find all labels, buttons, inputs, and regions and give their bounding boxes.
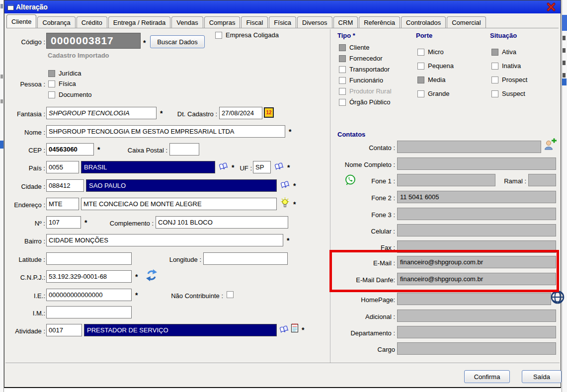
pais-name-field[interactable]: BRASIL	[81, 161, 215, 173]
cidade-name-field[interactable]: SAO PAULO	[86, 179, 277, 192]
confirma-button[interactable]: Confirma	[464, 370, 510, 383]
situacao-ativa-checkbox[interactable]: Ativa	[491, 48, 516, 56]
nome-completo-field[interactable]	[397, 157, 556, 170]
im-input[interactable]	[46, 306, 132, 318]
title-bar[interactable]: Alteração	[4, 0, 561, 13]
tab-referencia[interactable]: Referência	[359, 16, 400, 28]
tipo-transportador-checkbox[interactable]: Transportador	[339, 66, 390, 73]
tab-compras[interactable]: Compras	[204, 16, 241, 28]
empresa-coligada-checkbox[interactable]: Empresa Coligada	[215, 31, 279, 39]
cnpj-input[interactable]	[46, 270, 132, 283]
cnpj-sync-icon[interactable]	[145, 269, 158, 282]
tipo-funcionario-box[interactable]	[339, 77, 346, 84]
caixa-postal-input[interactable]	[169, 143, 199, 156]
fax-field[interactable]	[397, 240, 556, 253]
latitude-input[interactable]	[46, 252, 132, 265]
porte-micro-box[interactable]	[417, 49, 424, 56]
tipo-orgao-publico-checkbox[interactable]: Órgão Público	[339, 98, 390, 106]
tab-credito[interactable]: Crédito	[77, 16, 107, 28]
pessoa-documento-checkbox[interactable]: Documento	[48, 91, 91, 98]
cargo-field[interactable]	[397, 342, 556, 355]
homepage-field[interactable]	[397, 293, 551, 305]
tipo-cliente-box[interactable]	[339, 44, 346, 51]
uf-input[interactable]	[253, 161, 271, 173]
pessoa-juridica-checkbox[interactable]: Jurídica	[48, 70, 81, 77]
atividade-lookup-book-icon[interactable]	[279, 325, 289, 334]
uf-lookup-book-icon[interactable]	[274, 162, 284, 171]
codigo-field[interactable]: 0000003817	[46, 33, 141, 49]
tipo-fornecedor-checkbox[interactable]: Fornecedor	[339, 55, 382, 62]
porte-pequena-box[interactable]	[417, 63, 424, 70]
fisica-box[interactable]	[48, 80, 55, 87]
nome-input[interactable]	[46, 125, 285, 138]
situacao-inativa-checkbox[interactable]: Inativa	[491, 62, 521, 70]
porte-grande-box[interactable]	[417, 90, 424, 97]
complemento-input[interactable]	[156, 216, 288, 229]
ie-input[interactable]	[46, 289, 132, 301]
tipo-funcionario-checkbox[interactable]: Funcionário	[339, 77, 383, 84]
departamento-field[interactable]	[397, 326, 556, 338]
situacao-ativa-box[interactable]	[491, 49, 498, 56]
situacao-prospect-checkbox[interactable]: Prospect	[491, 76, 527, 83]
numero-input[interactable]	[46, 216, 81, 229]
email-field[interactable]: financeiro@shpgroup.com.br	[397, 256, 556, 268]
endereco-input[interactable]	[81, 198, 277, 210]
tab-cobranca[interactable]: Cobrança	[37, 16, 75, 28]
tab-comercial[interactable]: Comercial	[447, 16, 486, 28]
whatsapp-icon[interactable]	[344, 174, 356, 186]
tab-crm[interactable]: CRM	[333, 16, 358, 28]
cidade-code-input[interactable]	[46, 179, 84, 192]
porte-grande-checkbox[interactable]: Grande	[417, 90, 449, 97]
cep-input[interactable]	[46, 143, 94, 156]
email-danfe-field[interactable]: financeiro@shpgroup.com.br	[397, 273, 556, 285]
tipo-cliente-checkbox[interactable]: Cliente	[339, 44, 369, 51]
tab-controlados[interactable]: Controlados	[401, 16, 446, 28]
buscar-dados-button[interactable]: Buscar Dados	[150, 35, 205, 48]
saida-button[interactable]: Saída	[522, 370, 562, 383]
celular-field[interactable]	[397, 224, 556, 236]
tipo-fornecedor-box[interactable]	[339, 55, 346, 62]
situacao-suspect-checkbox[interactable]: Suspect	[491, 90, 525, 97]
porte-media-checkbox[interactable]: Media	[417, 76, 445, 83]
situacao-prospect-box[interactable]	[491, 77, 498, 83]
porte-pequena-checkbox[interactable]: Pequena	[417, 62, 454, 70]
ramal-field[interactable]	[528, 174, 556, 186]
pais-lookup-book-icon[interactable]	[218, 162, 229, 171]
calendar-icon[interactable]: 12	[264, 107, 274, 118]
tipo-transportador-box[interactable]	[339, 66, 346, 73]
longitude-input[interactable]	[203, 252, 288, 265]
cidade-lookup-book-icon[interactable]	[280, 180, 290, 189]
empresa-coligada-box[interactable]	[215, 32, 222, 39]
nao-contribuinte-checkbox[interactable]	[227, 291, 234, 298]
tab-vendas[interactable]: Vendas	[171, 16, 203, 28]
endereco-code-input[interactable]	[46, 198, 79, 210]
nao-contribuinte-box[interactable]	[227, 291, 234, 298]
situacao-suspect-box[interactable]	[491, 90, 498, 97]
fone2-field[interactable]: 11 5041 6005	[397, 191, 556, 203]
close-icon[interactable]	[546, 2, 557, 12]
fone3-field[interactable]	[397, 208, 556, 220]
tab-diversos[interactable]: Diversos	[297, 16, 332, 28]
porte-micro-checkbox[interactable]: Micro	[417, 48, 444, 56]
atividade-code-input[interactable]	[46, 324, 82, 336]
atividade-notes-icon[interactable]	[290, 322, 300, 333]
globe-icon[interactable]	[550, 290, 565, 305]
porte-media-box[interactable]	[417, 77, 424, 83]
bairro-input[interactable]	[46, 234, 283, 246]
add-contact-icon[interactable]	[544, 138, 557, 150]
address-hint-bulb-icon[interactable]	[281, 197, 289, 208]
tipo-orgao-publico-box[interactable]	[339, 99, 346, 106]
documento-box[interactable]	[48, 91, 55, 98]
fone1-field[interactable]	[397, 174, 495, 186]
pessoa-fisica-checkbox[interactable]: Física	[48, 80, 76, 87]
contato-field[interactable]	[397, 141, 541, 153]
tab-fisica[interactable]: Física	[269, 16, 296, 28]
tab-cliente[interactable]: Cliente	[6, 14, 36, 28]
tab-fiscal[interactable]: Fiscal	[241, 16, 268, 28]
juridica-box[interactable]	[48, 70, 55, 77]
tab-entrega-retirada[interactable]: Entrega / Retirada	[108, 16, 171, 28]
fantasia-input[interactable]	[46, 107, 157, 119]
dt-cadastro-input[interactable]	[219, 107, 262, 119]
atividade-name-field[interactable]: PRESTADOR DE SERVIÇO	[84, 324, 277, 336]
pais-code-input[interactable]	[46, 161, 79, 173]
